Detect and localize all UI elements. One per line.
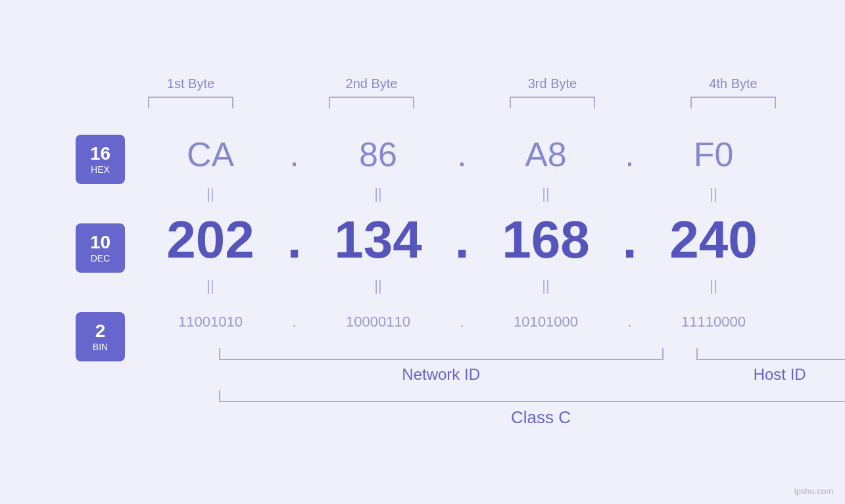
dec-badge-number: 10: [90, 233, 110, 253]
dec-val-2: 134: [308, 210, 449, 270]
bracket-top-1: [148, 97, 233, 108]
dot-hex-1: .: [281, 135, 308, 174]
bottom-section: Network ID Host ID Class C: [219, 348, 846, 428]
eq-1-3: ||: [475, 185, 617, 202]
byte4-header: 4th Byte: [643, 76, 824, 91]
content-area: 16 HEX 10 DEC 2 BIN CA . 86 . A8 . F0: [61, 128, 785, 428]
bin-val-4: 11110000: [643, 313, 785, 331]
main-container: 1st Byte 2nd Byte 3rd Byte 4th Byte 16 H…: [61, 76, 785, 428]
bracket-top-2: [329, 97, 414, 108]
bin-val-2: 10000110: [308, 313, 449, 331]
host-bracket: [696, 348, 845, 360]
hex-val-2: 86: [308, 135, 449, 174]
class-bracket: [219, 390, 846, 402]
network-bracket: [219, 348, 664, 360]
hex-val-3: A8: [475, 135, 617, 174]
dec-val-1: 202: [140, 210, 281, 270]
eq-2-2: ||: [308, 277, 449, 294]
dot-hex-3: .: [617, 135, 643, 174]
host-id-label: Host ID: [754, 365, 806, 384]
bin-badge-label: BIN: [93, 342, 108, 352]
dec-badge-label: DEC: [91, 253, 110, 263]
hex-row: CA . 86 . A8 . F0: [140, 128, 785, 181]
dot-bin-1: .: [281, 313, 308, 331]
bracket-cell-1: [101, 97, 281, 108]
bin-row: 11001010 . 10000110 . 10101000 . 1111000…: [140, 299, 785, 345]
dot-bin-2: .: [449, 313, 475, 331]
dot-dec-3: .: [617, 210, 643, 270]
class-bracket-row: Class C: [219, 390, 846, 428]
hex-badge-number: 16: [90, 144, 110, 164]
eq-1-2: ||: [308, 185, 449, 202]
bottom-brackets-row: Network ID Host ID: [219, 348, 846, 384]
label-column: 16 HEX 10 DEC 2 BIN: [61, 128, 140, 361]
watermark: ipshu.com: [794, 486, 833, 496]
byte-headers: 1st Byte 2nd Byte 3rd Byte 4th Byte: [101, 76, 824, 91]
dot-dec-1: .: [281, 210, 308, 270]
eq-1-1: ||: [140, 185, 281, 202]
byte2-header: 2nd Byte: [281, 76, 462, 91]
equals-row-2: || || || ||: [140, 273, 785, 299]
class-label: Class C: [219, 407, 846, 428]
dot-dec-2: .: [449, 210, 475, 270]
bin-val-1: 11001010: [140, 313, 281, 331]
top-brackets: [101, 97, 824, 108]
bin-badge-number: 2: [95, 321, 106, 342]
byte3-header: 3rd Byte: [462, 76, 643, 91]
bracket-top-3: [510, 97, 595, 108]
bin-badge: 2 BIN: [76, 312, 125, 361]
bracket-cell-2: [281, 97, 462, 108]
equals-row-1: || || || ||: [140, 181, 785, 207]
bracket-cell-3: [462, 97, 643, 108]
eq-1-4: ||: [643, 185, 785, 202]
hex-val-1: CA: [140, 135, 281, 174]
hex-badge: 16 HEX: [76, 135, 125, 184]
spacer-between: [664, 348, 690, 384]
dot-hex-2: .: [449, 135, 475, 174]
dot-bin-3: .: [617, 313, 643, 331]
dec-row: 202 . 134 . 168 . 240: [140, 207, 785, 273]
bin-val-3: 10101000: [475, 313, 617, 331]
dec-val-3: 168: [475, 210, 617, 270]
bracket-top-4: [690, 97, 776, 108]
network-bracket-wrap: Network ID: [219, 348, 664, 384]
host-bracket-wrap: Host ID: [696, 348, 845, 384]
network-id-label: Network ID: [402, 365, 480, 384]
hex-badge-label: HEX: [91, 164, 110, 175]
dec-val-4: 240: [643, 210, 785, 270]
dec-badge: 10 DEC: [76, 223, 125, 273]
data-grid: CA . 86 . A8 . F0 || || || || 202: [140, 128, 785, 428]
eq-2-4: ||: [643, 277, 785, 294]
eq-2-1: ||: [140, 277, 281, 294]
hex-val-4: F0: [643, 135, 785, 174]
bracket-cell-4: [643, 97, 824, 108]
eq-2-3: ||: [475, 277, 617, 294]
byte1-header: 1st Byte: [101, 76, 281, 91]
